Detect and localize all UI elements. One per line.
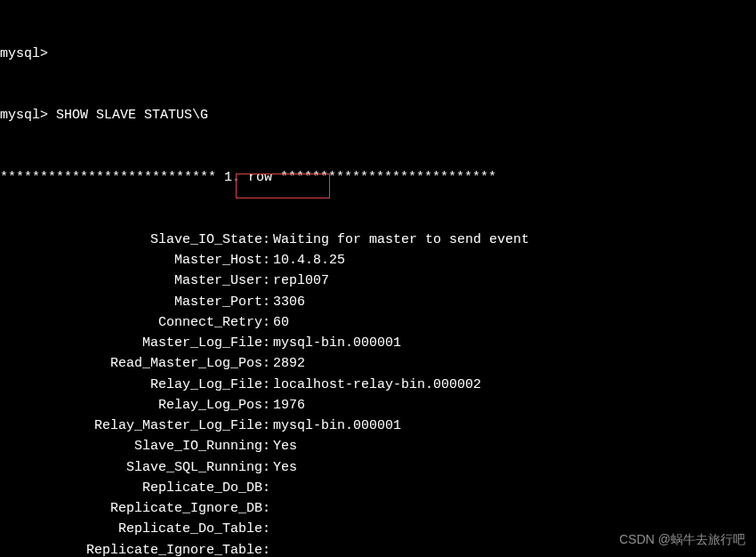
field-key: Connect_Retry — [0, 312, 262, 333]
field-key: Relay_Log_Pos — [0, 395, 262, 416]
colon: : — [262, 312, 271, 333]
colon: : — [262, 230, 271, 250]
field-value: 3306 — [271, 292, 756, 312]
field-key: Read_Master_Log_Pos — [0, 353, 262, 374]
field-key: Slave_IO_Running — [0, 436, 262, 456]
field-value: Yes — [271, 457, 756, 478]
field-key: Slave_IO_State — [0, 230, 262, 250]
status-field: Slave_IO_State:Waiting for master to sen… — [0, 230, 756, 250]
field-value: 60 — [271, 312, 756, 333]
colon: : — [262, 457, 271, 478]
colon: : — [262, 436, 271, 456]
field-value: Yes — [271, 436, 756, 456]
status-field: Replicate_Do_DB: — [0, 478, 756, 498]
prompt-line: mysql> — [0, 44, 756, 64]
field-value: Waiting for master to send event — [271, 230, 756, 250]
field-key: Slave_SQL_Running — [0, 457, 262, 478]
field-value: 10.4.8.25 — [271, 250, 756, 270]
status-field: Master_Log_File:mysql-bin.000001 — [0, 333, 756, 353]
field-key: Relay_Master_Log_File — [0, 416, 262, 436]
status-field: Replicate_Ignore_DB: — [0, 498, 756, 519]
field-value: mysql-bin.000001 — [271, 333, 756, 353]
colon: : — [262, 519, 271, 539]
field-key: Master_Host — [0, 250, 262, 270]
status-field: Slave_SQL_Running:Yes — [0, 457, 756, 478]
field-key: Master_User — [0, 270, 262, 291]
status-field: Connect_Retry:60 — [0, 312, 756, 333]
field-key: Relay_Log_File — [0, 375, 262, 395]
colon: : — [262, 333, 271, 353]
field-value — [271, 478, 756, 498]
colon: : — [262, 375, 271, 395]
watermark: CSDN @蜗牛去旅行吧 — [619, 530, 745, 550]
field-key: Replicate_Do_DB — [0, 478, 262, 498]
status-field: Relay_Log_Pos:1976 — [0, 395, 756, 416]
field-key: Replicate_Ignore_DB — [0, 498, 262, 519]
colon: : — [262, 416, 271, 436]
fields-container: Slave_IO_State:Waiting for master to sen… — [0, 230, 756, 557]
colon: : — [262, 478, 271, 498]
field-value: mysql-bin.000001 — [271, 416, 756, 436]
colon: : — [262, 498, 271, 519]
colon: : — [262, 292, 271, 312]
colon: : — [262, 270, 271, 291]
status-field: Slave_IO_Running:Yes — [0, 436, 756, 456]
field-value: 2892 — [271, 353, 756, 374]
terminal-output: mysql> mysql> SHOW SLAVE STATUS\G ******… — [0, 2, 756, 557]
status-field: Master_User:repl007 — [0, 270, 756, 291]
status-field: Relay_Master_Log_File:mysql-bin.000001 — [0, 416, 756, 436]
field-key: Master_Port — [0, 292, 262, 312]
status-field: Relay_Log_File:localhost-relay-bin.00000… — [0, 375, 756, 395]
colon: : — [262, 540, 271, 558]
status-field: Read_Master_Log_Pos:2892 — [0, 353, 756, 374]
field-key: Replicate_Do_Table — [0, 519, 262, 539]
field-value: repl007 — [271, 270, 756, 291]
colon: : — [262, 250, 271, 270]
field-value: localhost-relay-bin.000002 — [271, 375, 756, 395]
field-key: Master_Log_File — [0, 333, 262, 353]
status-field: Master_Host:10.4.8.25 — [0, 250, 756, 270]
field-key: Replicate_Ignore_Table — [0, 540, 262, 558]
colon: : — [262, 395, 271, 416]
field-value: 1976 — [271, 395, 756, 416]
status-field: Master_Port:3306 — [0, 292, 756, 312]
row-header: *************************** 1. row *****… — [0, 167, 756, 188]
field-value — [271, 498, 756, 519]
colon: : — [262, 353, 271, 374]
command-line: mysql> SHOW SLAVE STATUS\G — [0, 105, 756, 125]
